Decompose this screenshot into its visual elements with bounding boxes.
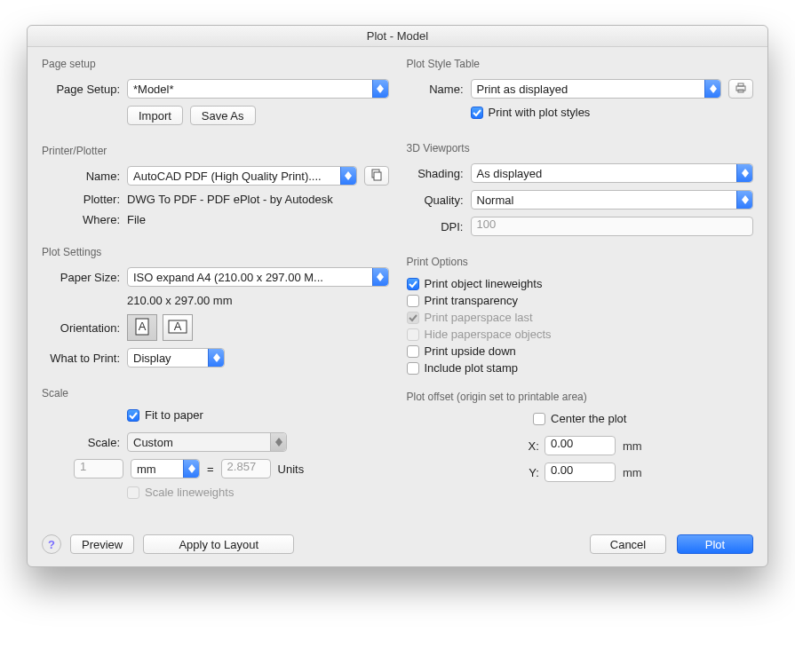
- dpi-label: DPI:: [407, 220, 471, 233]
- scale-unit-select[interactable]: mm: [131, 459, 200, 478]
- plot-style-edit-button[interactable]: [728, 79, 753, 99]
- scale-select: Custom: [127, 432, 287, 452]
- printer-properties-button[interactable]: [364, 166, 389, 186]
- what-to-print-select[interactable]: Display: [127, 348, 225, 368]
- page-setup-legend: Page setup: [42, 58, 389, 70]
- offset-x-input[interactable]: 0.00: [545, 436, 616, 455]
- offset-x-label: X:: [518, 439, 539, 453]
- print-options-legend: Print Options: [407, 256, 754, 268]
- where-label: Where:: [42, 213, 127, 226]
- plot-style-name-label: Name:: [407, 83, 471, 96]
- scale-units-label: Units: [278, 462, 305, 476]
- plot-offset-legend: Plot offset (origin set to printable are…: [407, 391, 754, 403]
- viewports-group: 3D Viewports Shading: As displayed Quali…: [407, 142, 754, 243]
- offset-y-label: Y:: [518, 466, 539, 479]
- shading-select[interactable]: As displayed: [471, 163, 754, 183]
- save-as-button[interactable]: Save As: [190, 106, 256, 125]
- svg-rect-1: [374, 172, 381, 180]
- scale-equals: =: [207, 462, 214, 476]
- svg-text:A: A: [174, 320, 182, 333]
- portrait-icon: A: [135, 318, 149, 338]
- plot-style-group: Plot Style Table Name: Print as displaye…: [407, 58, 754, 130]
- scale-legend: Scale: [42, 387, 389, 399]
- quality-select[interactable]: Normal: [471, 190, 754, 210]
- paper-size-label: Paper Size:: [42, 271, 127, 284]
- window-title: Plot - Model: [28, 26, 767, 47]
- scale-lineweights-checkbox: Scale lineweights: [127, 486, 234, 499]
- svg-text:A: A: [139, 320, 147, 333]
- offset-x-unit: mm: [623, 439, 642, 453]
- paper-dimensions: 210.00 x 297.00 mm: [127, 294, 233, 307]
- landscape-icon: A: [168, 320, 187, 336]
- copy-icon: [370, 169, 383, 184]
- print-upside-down-checkbox[interactable]: Print upside down: [407, 344, 754, 358]
- shading-label: Shading:: [407, 167, 471, 180]
- scale-denominator-input: 2.857: [221, 459, 271, 478]
- plot-settings-legend: Plot Settings: [42, 246, 389, 258]
- cancel-button[interactable]: Cancel: [590, 534, 666, 554]
- where-value: File: [127, 213, 146, 226]
- printer-name-select[interactable]: AutoCAD PDF (High Quality Print)....: [127, 166, 357, 186]
- scale-group: Scale Fit to paper Scale: Custom: [42, 387, 389, 510]
- scale-label: Scale:: [42, 436, 127, 449]
- printer-icon: [735, 83, 747, 96]
- orientation-landscape-toggle[interactable]: A: [163, 314, 193, 341]
- plotter-value: DWG To PDF - PDF ePlot - by Autodesk: [127, 193, 333, 206]
- orientation-portrait-toggle[interactable]: A: [127, 314, 157, 341]
- dpi-input: 100: [471, 217, 754, 236]
- page-setup-label: Page Setup:: [42, 83, 127, 96]
- print-options-group: Print Options Print object lineweights P…: [407, 256, 754, 378]
- orientation-label: Orientation:: [42, 321, 127, 335]
- hide-paperspace-checkbox: Hide paperspace objects: [407, 328, 754, 341]
- plotter-label: Plotter:: [42, 193, 127, 206]
- plot-offset-group: Plot offset (origin set to printable are…: [407, 391, 754, 489]
- scale-numerator-input: 1: [74, 459, 123, 478]
- include-plot-stamp-checkbox[interactable]: Include plot stamp: [407, 361, 754, 375]
- preview-button[interactable]: Preview: [70, 534, 134, 554]
- paper-size-select[interactable]: ISO expand A4 (210.00 x 297.00 M...: [127, 267, 389, 287]
- plot-button[interactable]: Plot: [677, 534, 753, 554]
- print-with-plot-styles-checkbox[interactable]: Print with plot styles: [471, 106, 591, 119]
- what-to-print-label: What to Print:: [42, 352, 127, 365]
- printer-group: Printer/Plotter Name: AutoCAD PDF (High …: [42, 145, 389, 233]
- help-button[interactable]: ?: [42, 534, 61, 554]
- center-plot-checkbox[interactable]: Center the plot: [533, 412, 626, 425]
- plot-style-legend: Plot Style Table: [407, 58, 754, 70]
- printer-name-label: Name:: [42, 170, 127, 183]
- svg-rect-7: [738, 83, 743, 86]
- viewports-legend: 3D Viewports: [407, 142, 754, 154]
- print-paperspace-last-checkbox: Print paperspace last: [407, 311, 754, 324]
- plot-style-select[interactable]: Print as displayed: [471, 79, 722, 99]
- import-button[interactable]: Import: [127, 106, 183, 125]
- offset-y-unit: mm: [623, 466, 642, 479]
- page-setup-group: Page setup Page Setup: *Model* Import Sa…: [42, 58, 389, 132]
- fit-to-paper-checkbox[interactable]: Fit to paper: [127, 408, 203, 422]
- page-setup-select[interactable]: *Model*: [127, 79, 389, 99]
- plot-settings-group: Plot Settings Paper Size: ISO expand A4 …: [42, 246, 389, 375]
- apply-to-layout-button[interactable]: Apply to Layout: [143, 534, 294, 554]
- quality-label: Quality:: [407, 194, 471, 207]
- printer-legend: Printer/Plotter: [42, 145, 389, 157]
- offset-y-input[interactable]: 0.00: [545, 462, 616, 482]
- print-lineweights-checkbox[interactable]: Print object lineweights: [407, 277, 754, 290]
- print-transparency-checkbox[interactable]: Print transparency: [407, 294, 754, 307]
